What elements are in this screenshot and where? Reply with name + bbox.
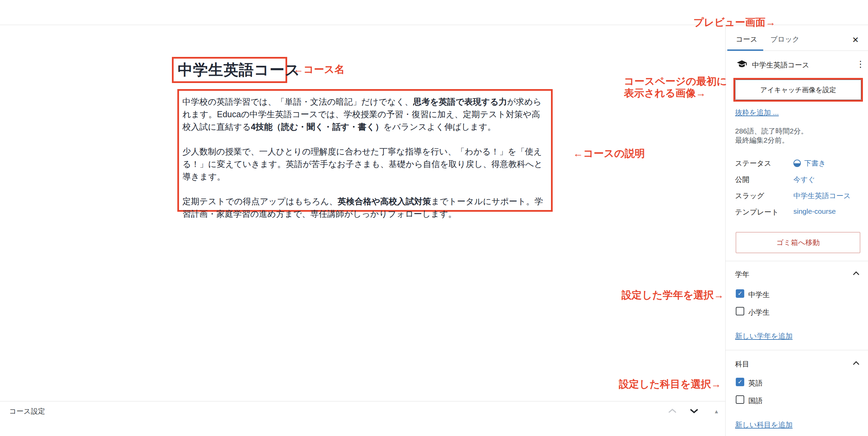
status-label: ステータス <box>735 159 771 168</box>
annotation-subject-select: 設定した科目を選択→ <box>619 377 721 391</box>
annotation-eyecatch: コースページの最初に 表示される画像→ <box>624 75 727 99</box>
editor-footer <box>0 401 725 436</box>
publish-date-label: 公開 <box>735 175 749 184</box>
doc-kebab-icon[interactable]: ⋮ <box>856 60 865 68</box>
course-title-field[interactable]: 中学生英語コース <box>174 60 300 80</box>
move-to-trash-button[interactable]: ゴミ箱へ移動 <box>736 232 860 253</box>
add-excerpt-link[interactable]: 抜粋を追加 ... <box>735 108 779 117</box>
featured-image-annotation-box: アイキャッチ画像を設定 <box>733 78 863 102</box>
annotation-course-description: ←コースの説明 <box>573 147 645 161</box>
divider <box>726 261 868 261</box>
annotation-preview-screen: プレビュー画面→ <box>693 16 776 29</box>
p1-bold-2: 4技能（読む・聞く・話す・書く） <box>251 122 383 131</box>
tab-block[interactable]: ブロック <box>770 35 800 44</box>
add-grade-link[interactable]: 新しい学年を追加 <box>735 331 792 341</box>
divider <box>726 350 868 350</box>
panel-grade-title[interactable]: 学年 <box>735 270 749 279</box>
p1-bold-1: 思考を英語で表現する力 <box>413 97 507 106</box>
checkbox-grade-elementary-label[interactable]: 小学生 <box>748 308 770 317</box>
paragraph-1[interactable]: 中学校の英語学習では、「単語・文法の暗記」だけでなく、思考を英語で表現する力が求… <box>182 96 547 133</box>
panel-subject-title[interactable]: 科目 <box>735 359 749 369</box>
triangle-up-icon[interactable]: ▲ <box>714 409 719 415</box>
template-value[interactable]: single-course <box>793 207 836 215</box>
wordpress-block-editor: 学習塾 + 中学生英語コース・コース ⌘K 下書き保存 <box>0 0 868 436</box>
panel-grade-chevron-up-icon[interactable] <box>852 271 860 277</box>
panel-subject-chevron-up-icon[interactable] <box>852 361 860 367</box>
p1-text-3: をバランスよく伸ばします。 <box>383 122 496 131</box>
annotation-grade-select: 設定した学年を選択→ <box>622 288 724 302</box>
word-count: 286語、読了時間2分。 <box>735 126 808 136</box>
close-icon[interactable]: ✕ <box>852 35 859 45</box>
breadcrumb[interactable]: コース設定 <box>9 407 45 416</box>
check-icon: ✓ <box>737 378 742 386</box>
slug-label: スラッグ <box>735 191 764 201</box>
p3-text: 定期テストでの得点アップはもちろん、 <box>182 196 338 206</box>
paragraph-2[interactable]: 少人数制の授業で、一人ひとりの理解度に合わせた丁寧な指導を行い、「わかる！」を「… <box>182 145 547 183</box>
last-edited: 最終編集2分前。 <box>735 136 789 145</box>
check-icon: ✓ <box>737 290 742 297</box>
annotation-course-name: ←コース名 <box>293 63 344 77</box>
checkbox-subject-english[interactable]: ✓ <box>736 378 744 386</box>
chevron-up-icon[interactable] <box>667 408 677 416</box>
checkbox-grade-junior-high[interactable]: ✓ <box>736 289 744 298</box>
template-label: テンプレート <box>735 207 778 217</box>
slug-value[interactable]: 中学生英語コース <box>793 191 851 201</box>
checkbox-grade-junior-high-label[interactable]: 中学生 <box>748 290 770 299</box>
tab-course[interactable]: コース <box>736 35 757 44</box>
checkbox-subject-english-label[interactable]: 英語 <box>748 378 763 388</box>
annotation-eyecatch-line1: コースページの最初に <box>624 75 727 87</box>
sidebar-doc-title: 中学生英語コース <box>752 60 809 70</box>
active-tab-underline <box>727 49 763 51</box>
p1-text: 中学校の英語学習では、「単語・文法の暗記」だけでなく、 <box>182 97 413 106</box>
status-value[interactable]: 下書き <box>804 159 826 168</box>
checkbox-grade-elementary[interactable] <box>736 307 744 315</box>
set-featured-image-button[interactable]: アイキャッチ画像を設定 <box>735 80 861 100</box>
p3-bold-1: 英検合格や高校入試対策 <box>338 196 431 206</box>
add-subject-link[interactable]: 新しい科目を追加 <box>735 420 792 430</box>
paragraph-3[interactable]: 定期テストでの得点アップはもちろん、英検合格や高校入試対策までトータルにサポート… <box>182 195 547 220</box>
checkbox-subject-japanese-label[interactable]: 国語 <box>748 396 763 406</box>
course-description-block[interactable]: 中学校の英語学習では、「単語・文法の暗記」だけでなく、思考を英語で表現する力が求… <box>177 89 553 212</box>
checkbox-subject-japanese[interactable] <box>736 395 744 404</box>
draft-status-icon <box>793 160 801 167</box>
publish-date-value[interactable]: 今すぐ <box>793 175 815 184</box>
course-title-annotation-box: 中学生英語コース <box>172 57 287 83</box>
annotation-eyecatch-line2: 表示される画像→ <box>624 87 727 99</box>
graduation-cap-icon <box>736 60 747 70</box>
chevron-down-icon[interactable] <box>689 408 699 416</box>
